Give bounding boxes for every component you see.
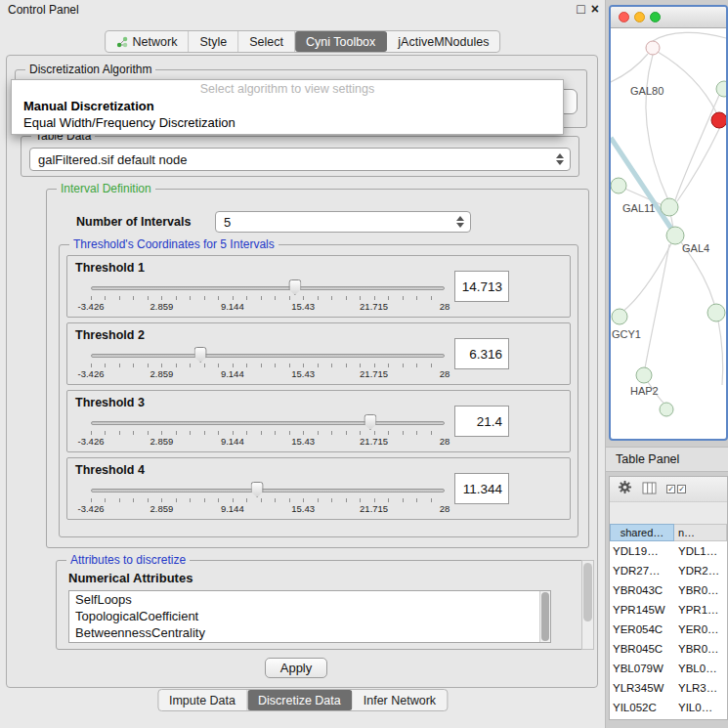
apply-button[interactable]: Apply bbox=[265, 658, 327, 678]
threshold-value-field[interactable]: 6.316 bbox=[454, 338, 509, 369]
network-canvas[interactable]: GAL80 GAL11 GAL4 GCY1 HAP2 bbox=[611, 28, 726, 440]
table-row[interactable]: YIL052C YIL0… bbox=[610, 698, 727, 717]
tick-label: 28 bbox=[440, 503, 450, 514]
columns-icon[interactable] bbox=[642, 481, 657, 498]
minimize-icon[interactable]: □ bbox=[577, 1, 584, 17]
threshold-value-field[interactable]: 14.713 bbox=[454, 271, 509, 302]
tab[interactable]: jActiveMNodules bbox=[387, 31, 499, 52]
threshold-label: Threshold 3 bbox=[75, 396, 145, 409]
slider-track[interactable] bbox=[91, 421, 445, 425]
tick-label: 9.144 bbox=[221, 503, 244, 514]
network-node[interactable] bbox=[661, 198, 678, 216]
panel-scrollbar[interactable] bbox=[581, 560, 594, 650]
cell-name: YBR0… bbox=[674, 584, 727, 596]
table-row[interactable]: YPR145W YPR1… bbox=[610, 600, 727, 620]
minimize-traffic-light[interactable] bbox=[634, 12, 645, 22]
threshold-slider[interactable]: -3.4262.8599.14415.4321.71528 bbox=[91, 412, 445, 451]
group-title: Interval Definition bbox=[57, 182, 155, 196]
select-checkboxes-icon[interactable]: ✓✓ bbox=[666, 485, 686, 493]
table-data-combobox[interactable]: galFiltered.sif default node bbox=[29, 148, 571, 171]
table-spacer bbox=[610, 502, 727, 524]
tab-label: Impute Data bbox=[169, 694, 236, 707]
slider-tick-labels: -3.4262.8599.14415.4321.71528 bbox=[91, 301, 445, 312]
tick-label: 28 bbox=[440, 436, 450, 447]
tab-label: Discretize Data bbox=[258, 694, 341, 707]
cyni-toolbox-panel: Discretization Algorithm Select algorith… bbox=[6, 55, 598, 688]
tab[interactable]: Impute Data bbox=[158, 690, 247, 710]
tab[interactable]: Network bbox=[106, 31, 190, 52]
tab[interactable]: Discretize Data bbox=[247, 690, 353, 710]
tab[interactable]: Select bbox=[238, 31, 295, 52]
table-panel-window: ✓✓ shared… n… YDL19… YDL1… YDR27… YDR2… … bbox=[609, 476, 728, 720]
network-tab-icon bbox=[116, 36, 128, 48]
close-traffic-light[interactable] bbox=[619, 12, 629, 22]
table-header-row: shared… n… bbox=[610, 524, 727, 541]
tick-label: 21.715 bbox=[360, 301, 388, 312]
column-header-name[interactable]: n… bbox=[674, 524, 727, 541]
tick-label: -3.426 bbox=[78, 368, 105, 379]
slider-track[interactable] bbox=[91, 286, 445, 290]
tab[interactable]: Style bbox=[189, 31, 238, 52]
slider-thumb[interactable] bbox=[288, 279, 301, 295]
tick-label: -3.426 bbox=[78, 301, 105, 312]
cell-name: YDL1… bbox=[674, 545, 727, 557]
network-node[interactable] bbox=[612, 309, 627, 324]
network-node[interactable] bbox=[660, 403, 673, 416]
slider-thumb[interactable] bbox=[251, 482, 264, 497]
network-node[interactable] bbox=[646, 41, 660, 55]
table-row[interactable]: YLR345W YLR3… bbox=[610, 678, 727, 698]
table-row[interactable]: YDR27… YDR2… bbox=[610, 561, 727, 580]
gear-icon[interactable] bbox=[618, 480, 632, 498]
network-node[interactable] bbox=[611, 178, 626, 193]
table-row[interactable]: YBL079W YBL0… bbox=[610, 659, 727, 678]
threshold-slider[interactable]: -3.4262.8599.14415.4321.71528 bbox=[91, 278, 445, 317]
group-title: Discretization Algorithm bbox=[25, 63, 155, 77]
table-row[interactable]: YBR045C YBR0… bbox=[610, 639, 727, 659]
table-data-group: Table Data galFiltered.sif default node bbox=[21, 136, 579, 177]
tick-label: 15.43 bbox=[291, 368, 315, 379]
slider-track[interactable] bbox=[91, 489, 445, 492]
attribute-item[interactable]: BetweennessCentrality bbox=[69, 624, 550, 641]
network-node[interactable] bbox=[636, 367, 652, 383]
close-icon[interactable]: × bbox=[591, 1, 599, 17]
threshold-slider[interactable]: -3.4262.8599.14415.4321.71528 bbox=[91, 480, 445, 519]
attribute-item[interactable]: TopologicalCoefficient bbox=[69, 608, 550, 624]
tab[interactable]: Infer Network bbox=[353, 690, 447, 710]
algorithm-option[interactable]: Equal Width/Frequency Discretization bbox=[12, 114, 563, 131]
table-row[interactable]: YBR043C YBR0… bbox=[610, 580, 727, 600]
cell-name: YPR1… bbox=[674, 604, 727, 616]
cell-name: YIL0… bbox=[674, 702, 727, 713]
tab-label: Cyni Toolbox bbox=[306, 35, 375, 49]
panel-title: Control Panel bbox=[8, 3, 79, 17]
network-node-red[interactable] bbox=[711, 112, 726, 128]
network-view-window: GAL80 GAL11 GAL4 GCY1 HAP2 bbox=[609, 5, 728, 441]
stepper-icon bbox=[556, 153, 564, 165]
network-node[interactable] bbox=[716, 81, 726, 97]
tab[interactable]: Cyni Toolbox bbox=[295, 31, 387, 52]
threshold-value-field[interactable]: 21.4 bbox=[454, 406, 509, 437]
network-node-label: GAL4 bbox=[682, 242, 709, 254]
slider-thumb[interactable] bbox=[364, 414, 376, 430]
table-rows: YDL19… YDL1… YDR27… YDR2… YBR043C YBR0… … bbox=[610, 541, 727, 719]
algorithm-option[interactable]: Manual Discretization bbox=[12, 98, 563, 114]
slider-thumb[interactable] bbox=[194, 347, 207, 363]
column-header-shared-name[interactable]: shared… bbox=[610, 524, 674, 541]
threshold-label: Threshold 1 bbox=[75, 261, 145, 275]
attributes-list[interactable]: SelfLoopsTopologicalCoefficientBetweenne… bbox=[68, 590, 551, 643]
cell-shared-name: YBR045C bbox=[610, 643, 674, 655]
slider-track[interactable] bbox=[91, 354, 445, 358]
tick-label: 21.715 bbox=[360, 436, 388, 447]
tick-label: 15.43 bbox=[291, 301, 315, 312]
number-of-intervals-combobox[interactable]: 5 bbox=[215, 211, 471, 233]
network-node-label: HAP2 bbox=[630, 385, 659, 397]
zoom-traffic-light[interactable] bbox=[650, 12, 661, 22]
tick-label: 2.859 bbox=[150, 503, 174, 514]
attribute-item[interactable]: SelfLoops bbox=[69, 591, 550, 608]
network-node[interactable] bbox=[707, 304, 725, 321]
table-row[interactable]: YDL19… YDL1… bbox=[610, 541, 727, 561]
list-scrollbar[interactable] bbox=[539, 591, 550, 642]
table-row[interactable]: YER054C YER0… bbox=[610, 620, 727, 639]
slider-ticks bbox=[91, 498, 445, 502]
threshold-value-field[interactable]: 11.344 bbox=[454, 473, 509, 504]
threshold-slider[interactable]: -3.4262.8599.14415.4321.71528 bbox=[91, 345, 445, 384]
